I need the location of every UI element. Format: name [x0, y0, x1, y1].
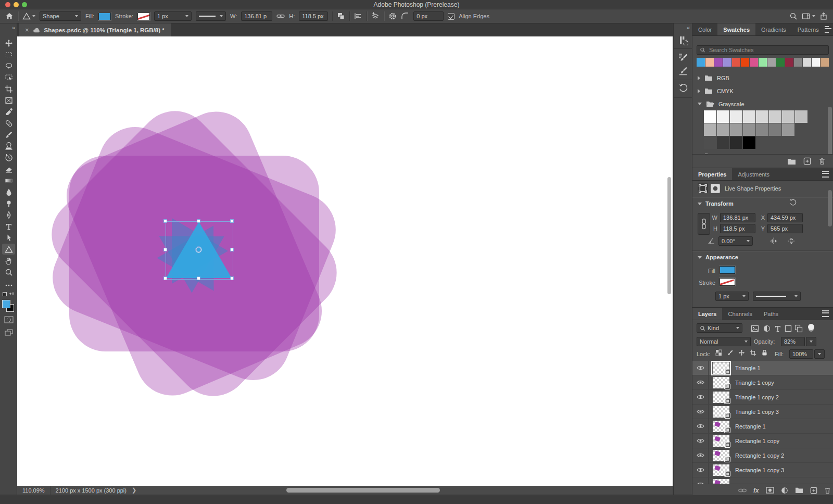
swatches-scrollbar[interactable]: [828, 107, 832, 156]
appearance-section-header[interactable]: Appearance: [698, 254, 738, 260]
swatch-group-rgb[interactable]: RGB: [692, 71, 833, 84]
layer-name[interactable]: Rectangle 1 copy 2: [735, 452, 784, 459]
brush-tool[interactable]: [2, 129, 15, 140]
layer-name[interactable]: Rectangle 1 copy: [735, 438, 779, 444]
tab-channels[interactable]: Channels: [722, 308, 758, 320]
new-group-icon[interactable]: [795, 487, 803, 494]
shape-settings-gear-icon[interactable]: [388, 12, 397, 20]
layer-visibility-toggle[interactable]: [692, 419, 709, 433]
layer-thumbnail[interactable]: [713, 362, 729, 374]
flip-horizontal-icon[interactable]: [769, 237, 778, 245]
eraser-tool[interactable]: [2, 163, 15, 174]
screen-mode-icon[interactable]: [2, 327, 15, 338]
brushes-panel-icon[interactable]: [678, 66, 688, 76]
color-swatch[interactable]: [704, 110, 716, 123]
layer-visibility-toggle[interactable]: [692, 361, 709, 375]
panel-menu-icon[interactable]: [822, 310, 829, 317]
color-swatch[interactable]: [756, 110, 768, 123]
clone-stamp-tool[interactable]: [2, 141, 15, 152]
fill-dropdown-icon[interactable]: [814, 349, 825, 359]
color-swatch[interactable]: [723, 58, 731, 67]
color-swatch[interactable]: [759, 58, 767, 67]
triangle-shape-tool[interactable]: [2, 244, 15, 255]
flip-vertical-icon[interactable]: [787, 237, 796, 245]
color-swatch[interactable]: [776, 58, 785, 67]
home-icon[interactable]: [5, 12, 14, 20]
link-layers-icon[interactable]: [738, 488, 747, 493]
filter-toggle-icon[interactable]: [808, 324, 814, 330]
layer-filter-kind-select[interactable]: Kind: [697, 323, 742, 333]
stroke-width-select[interactable]: 1 px: [715, 292, 749, 301]
layer-row[interactable]: Rectangle 1 copy 3: [692, 463, 833, 477]
color-swatch[interactable]: [717, 136, 729, 149]
fill-opacity-select[interactable]: 100%: [789, 349, 813, 359]
stroke-style-select[interactable]: [196, 11, 226, 21]
stroke-swatch-button[interactable]: [137, 12, 150, 20]
quick-mask-icon[interactable]: [2, 314, 15, 325]
color-swatch[interactable]: [782, 110, 794, 123]
opacity-select[interactable]: 82%: [781, 337, 805, 346]
foreground-color-swatch[interactable]: [2, 300, 10, 308]
swap-colors-icon[interactable]: [9, 291, 15, 297]
properties-scrollbar[interactable]: [828, 190, 832, 226]
color-swatch[interactable]: [794, 58, 802, 67]
color-swatch[interactable]: [743, 123, 755, 136]
reset-transform-icon[interactable]: [789, 198, 797, 207]
layer-thumbnail[interactable]: [713, 406, 729, 418]
color-swatch[interactable]: [756, 123, 768, 136]
color-swatch[interactable]: [821, 58, 829, 67]
lasso-tool[interactable]: [2, 60, 15, 71]
tab-patterns[interactable]: Patterns: [792, 23, 825, 35]
swatch-search-box[interactable]: [697, 45, 829, 55]
layer-name[interactable]: Rectangle 1 copy 3: [735, 467, 784, 473]
layer-thumbnail[interactable]: [713, 450, 729, 461]
color-swatch[interactable]: [730, 110, 742, 123]
color-swatch[interactable]: [704, 136, 716, 149]
layer-name[interactable]: Triangle 1: [735, 365, 761, 371]
color-swatch[interactable]: [704, 123, 716, 136]
mask-mode-icon[interactable]: [710, 183, 721, 193]
layer-row[interactable]: Rectangle 1: [692, 419, 833, 434]
path-arrangement-icon[interactable]: [371, 12, 380, 20]
status-chevron-icon[interactable]: ❯: [132, 487, 136, 494]
transform-handle[interactable]: [197, 219, 200, 223]
width-field[interactable]: 136.81 px: [720, 213, 755, 222]
stroke-style-select[interactable]: [753, 292, 801, 301]
tool-preset-picker[interactable]: [22, 12, 35, 20]
color-swatch[interactable]: [697, 58, 705, 67]
fill-swatch-button[interactable]: [720, 266, 735, 274]
color-swatch[interactable]: [743, 136, 755, 149]
lock-transparent-icon[interactable]: [715, 349, 722, 356]
layer-name[interactable]: Triangle 1 copy: [735, 380, 774, 386]
workspace-switcher[interactable]: [802, 12, 815, 20]
layer-row[interactable]: Rectangle 1 copy: [692, 434, 833, 448]
canvas-horizontal-scrollbar[interactable]: [286, 488, 440, 493]
layer-visibility-toggle[interactable]: [692, 405, 709, 419]
layer-name[interactable]: Triangle 1 copy 3: [735, 409, 779, 415]
lock-pixels-icon[interactable]: [727, 349, 734, 356]
rectangular-marquee-tool[interactable]: [2, 49, 15, 60]
layer-thumbnail[interactable]: [713, 392, 729, 403]
filter-type-layers-icon[interactable]: [774, 324, 782, 333]
toolbar-collapse-icon[interactable]: »: [12, 24, 15, 31]
live-shape-icon[interactable]: [698, 183, 708, 193]
transform-section-header[interactable]: Transform: [698, 200, 734, 207]
layer-visibility-toggle[interactable]: [692, 463, 709, 477]
color-swatch[interactable]: [741, 58, 749, 67]
opacity-dropdown-icon[interactable]: [806, 337, 816, 346]
color-swatch[interactable]: [743, 110, 755, 123]
move-tool[interactable]: [2, 37, 15, 48]
hand-tool[interactable]: [2, 255, 15, 266]
lock-all-icon[interactable]: [761, 349, 768, 356]
color-swatch[interactable]: [750, 58, 758, 67]
y-field[interactable]: 565 px: [767, 224, 803, 233]
path-selection-tool[interactable]: [2, 232, 15, 243]
filter-smart-objects-icon[interactable]: [794, 324, 803, 333]
document-tab[interactable]: × Shapes.psdc @ 110% (Triangle 1, RGB/8)…: [19, 23, 171, 36]
transform-handle[interactable]: [230, 219, 234, 223]
transform-handle[interactable]: [230, 276, 234, 280]
color-swatch[interactable]: [705, 58, 714, 67]
tab-swatches[interactable]: Swatches: [717, 23, 755, 35]
reference-point-icon[interactable]: [196, 247, 201, 253]
crop-tool[interactable]: [2, 83, 15, 94]
